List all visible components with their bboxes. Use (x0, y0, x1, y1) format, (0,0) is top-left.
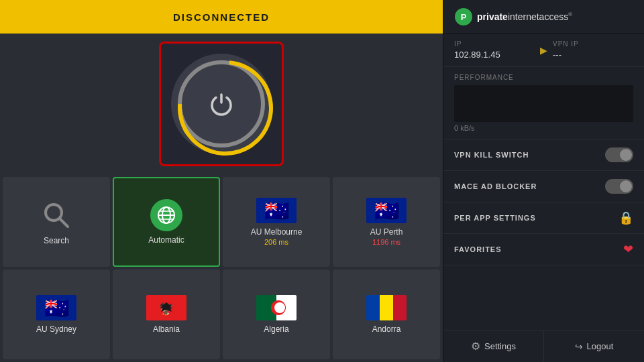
location-search[interactable]: Search (3, 177, 110, 267)
ip-block: IP 102.89.1.45 (454, 40, 535, 60)
power-area (0, 34, 443, 174)
pia-logo: P privateinternetaccess® (454, 7, 572, 26)
andorra-flag (366, 295, 407, 320)
location-algeria[interactable]: Algeria (223, 269, 330, 359)
kill-switch-row: VPN KILL SWITCH (443, 139, 644, 171)
kill-switch-toggle[interactable] (605, 147, 633, 162)
mace-row: MACE AD BLOCKER (443, 171, 644, 202)
performance-chart (454, 85, 633, 122)
albania-flag: 🦅 (146, 295, 186, 320)
au-sydney-flag (36, 295, 76, 320)
bottom-bar: ⚙ Settings ↪ Logout (443, 330, 644, 362)
heart-icon: ❤ (623, 242, 633, 257)
logout-icon: ↪ (575, 341, 583, 352)
connection-status: DISCONNECTED (173, 11, 270, 23)
left-panel: DISCONNECTED (0, 0, 443, 362)
au-sydney-name: AU Sydney (36, 324, 76, 334)
automatic-label: Automatic (148, 235, 184, 245)
brand-header: P privateinternetaccess® (443, 0, 644, 34)
location-grid: Search Automatic AU Melbourne 206 ms (0, 174, 443, 362)
location-automatic[interactable]: Automatic (113, 177, 220, 267)
andorra-name: Andorra (372, 324, 401, 334)
au-perth-latency: 1196 ms (372, 238, 400, 246)
performance-section: PERFORMANCE 0 kB/s (443, 67, 644, 139)
favorites-row: FAVORITES ❤ (443, 234, 644, 265)
search-icon (40, 198, 73, 232)
right-panel: P privateinternetaccess® IP 102.89.1.45 … (443, 0, 644, 362)
au-melbourne-name: AU Melbourne (251, 227, 303, 237)
location-andorra[interactable]: Andorra (333, 269, 440, 359)
power-outer-ring (171, 54, 272, 154)
gear-icon: ⚙ (471, 340, 480, 353)
arrow-icon: ▶ (540, 45, 547, 56)
per-app-label: PER APP SETTINGS (454, 214, 536, 222)
logout-label: Logout (587, 341, 614, 351)
ip-label: IP (454, 40, 535, 48)
per-app-row: PER APP SETTINGS 🔒 (443, 202, 644, 234)
search-label: Search (44, 236, 69, 245)
algeria-name: Algeria (264, 324, 288, 334)
performance-value: 0 kB/s (454, 124, 633, 132)
power-ring (178, 60, 265, 147)
au-perth-flag (366, 198, 407, 223)
globe-icon (150, 199, 182, 231)
lock-icon: 🔒 (619, 210, 633, 225)
au-perth-name: AU Perth (370, 227, 403, 237)
au-melbourne-latency: 206 ms (264, 238, 288, 246)
pia-shield-icon: P (454, 7, 473, 26)
logout-button[interactable]: ↪ Logout (544, 330, 644, 362)
albania-name: Albania (153, 324, 180, 334)
pia-brand-name: privateinternetaccess® (477, 11, 572, 22)
settings-label: Settings (484, 341, 516, 351)
status-bar: DISCONNECTED (0, 0, 443, 34)
location-au-melbourne[interactable]: AU Melbourne 206 ms (223, 177, 330, 267)
location-au-perth[interactable]: AU Perth 1196 ms (333, 177, 440, 267)
svg-text:P: P (461, 12, 467, 22)
performance-label: PERFORMANCE (454, 74, 633, 81)
svg-line-1 (60, 219, 68, 227)
vpn-ip-block: VPN IP --- (553, 40, 633, 60)
settings-button[interactable]: ⚙ Settings (443, 330, 544, 362)
ip-value: 102.89.1.45 (454, 50, 535, 60)
location-albania[interactable]: 🦅 Albania (113, 269, 220, 359)
mace-toggle[interactable] (605, 179, 633, 194)
vpn-ip-label: VPN IP (553, 40, 633, 48)
favorites-label: FAVORITES (454, 245, 502, 253)
power-button[interactable] (159, 42, 284, 166)
kill-switch-label: VPN KILL SWITCH (454, 151, 529, 159)
au-melbourne-flag (256, 198, 297, 223)
location-au-sydney[interactable]: AU Sydney (3, 269, 110, 359)
ip-section: IP 102.89.1.45 ▶ VPN IP --- (443, 34, 644, 67)
power-icon (205, 87, 238, 121)
vpn-ip-value: --- (553, 50, 633, 60)
algeria-flag (256, 295, 297, 320)
mace-label: MACE AD BLOCKER (454, 182, 537, 190)
